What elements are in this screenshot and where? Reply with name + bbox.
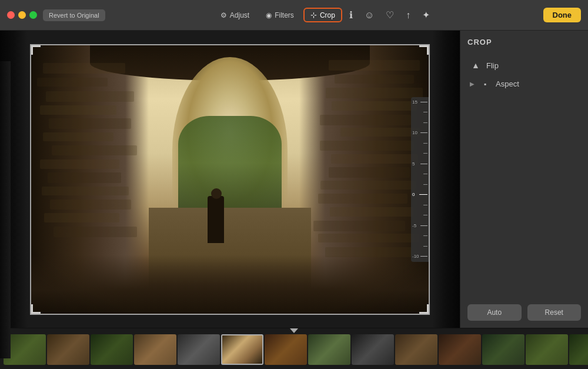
right-panel: CROP ▲ Flip ▶ ▪ Aspect Auto Reset — [460, 31, 588, 328]
filmstrip-thumb-active[interactable] — [221, 334, 263, 365]
toolbar: ⚙ Adjust ◉ Filters ⊹ Crop ℹ ☺ ♡ ↑ ✦ — [110, 6, 539, 24]
auto-button[interactable]: Auto — [467, 304, 522, 321]
expand-arrow-icon: ▶ — [470, 81, 475, 87]
dial-tick-15: 15 — [411, 97, 430, 108]
filmstrip-thumb-10[interactable] — [395, 334, 437, 365]
photo-frame[interactable]: 15 10 — [30, 44, 430, 315]
magic-wand-button[interactable]: ✦ — [417, 6, 435, 24]
filmstrip-thumb-7[interactable] — [265, 334, 307, 365]
panel-spacer — [467, 93, 581, 300]
filters-icon: ◉ — [266, 11, 272, 19]
dial-tick-neg10: -10 — [411, 251, 430, 262]
dial-tick-minor6 — [411, 179, 430, 190]
aspect-label: Aspect — [496, 79, 519, 88]
magic-wand-icon: ✦ — [422, 10, 430, 20]
main-area: 15 10 — [0, 31, 588, 328]
filmstrip-thumb-14[interactable] — [569, 334, 588, 365]
dial-tick-0: 0 — [411, 190, 430, 200]
dial-tick-minor5 — [411, 169, 430, 179]
filmstrip-thumb-4[interactable] — [134, 334, 176, 365]
maximize-button[interactable] — [29, 11, 37, 19]
dial-tick-neg5: -5 — [411, 221, 430, 231]
heart-button[interactable]: ♡ — [381, 6, 399, 24]
done-button[interactable]: Done — [543, 8, 582, 22]
adjust-button[interactable]: ⚙ Adjust — [213, 8, 256, 22]
dial-tick-minor3 — [411, 138, 430, 149]
photo-canvas: 15 10 — [0, 31, 460, 328]
filmstrip — [0, 328, 588, 369]
share-icon: ↑ — [406, 10, 410, 20]
crop-handle-br[interactable] — [419, 304, 429, 314]
dial-tick-minor10 — [411, 241, 430, 252]
flip-row[interactable]: ▲ Flip — [467, 56, 581, 75]
filmstrip-thumb-12[interactable] — [482, 334, 524, 365]
filmstrip-thumb-9[interactable] — [352, 334, 394, 365]
info-icon: ℹ — [349, 10, 353, 20]
dial-tick-minor2 — [411, 118, 430, 128]
panel-bottom-buttons: Auto Reset — [467, 300, 581, 321]
flip-icon: ▲ — [470, 61, 482, 70]
heart-icon: ♡ — [386, 10, 394, 20]
dial-tick-10: 10 — [411, 128, 430, 138]
crop-handle-bl[interactable] — [31, 304, 41, 314]
aspect-row[interactable]: ▶ ▪ Aspect — [467, 75, 581, 93]
aspect-icon: ▪ — [479, 80, 491, 88]
crop-icon: ⊹ — [310, 11, 317, 19]
titlebar: Revert to Original ⚙ Adjust ◉ Filters ⊹ … — [0, 0, 588, 31]
dial-tick-minor4 — [411, 148, 430, 159]
share-button[interactable]: ↑ — [401, 7, 415, 24]
panel-title: CROP — [467, 38, 581, 46]
rotation-dial[interactable]: 15 10 — [411, 97, 430, 262]
close-button[interactable] — [7, 11, 15, 19]
crop-button[interactable]: ⊹ Crop — [303, 8, 342, 22]
filmstrip-pointer — [290, 328, 298, 333]
flip-label: Flip — [486, 61, 499, 70]
filmstrip-thumb-13[interactable] — [526, 334, 568, 365]
dial-tick-minor8 — [411, 210, 430, 221]
left-tree-decoration — [0, 61, 11, 358]
emoji-button[interactable]: ☺ — [360, 7, 379, 24]
filmstrip-thumb-2[interactable] — [47, 334, 89, 365]
filmstrip-thumb-8[interactable] — [308, 334, 350, 365]
filters-button[interactable]: ◉ Filters — [259, 8, 301, 22]
filmstrip-thumb-11[interactable] — [439, 334, 481, 365]
dial-tick-5: 5 — [411, 159, 430, 169]
minimize-button[interactable] — [18, 11, 26, 19]
reset-button[interactable]: Reset — [527, 304, 582, 321]
emoji-icon: ☺ — [365, 10, 374, 20]
dial-tick-minor1 — [411, 107, 430, 118]
filmstrip-thumb-3[interactable] — [91, 334, 133, 365]
dial-tick-minor9 — [411, 231, 430, 241]
traffic-lights — [7, 11, 37, 19]
crop-handle-tl[interactable] — [31, 45, 41, 55]
dial-tick-minor7 — [411, 200, 430, 211]
revert-button[interactable]: Revert to Original — [43, 9, 105, 21]
info-button[interactable]: ℹ — [345, 6, 358, 24]
crop-handle-tr[interactable] — [419, 45, 429, 55]
filmstrip-thumb-5[interactable] — [178, 334, 220, 365]
adjust-icon: ⚙ — [220, 11, 227, 19]
filmstrip-inner — [0, 330, 588, 368]
